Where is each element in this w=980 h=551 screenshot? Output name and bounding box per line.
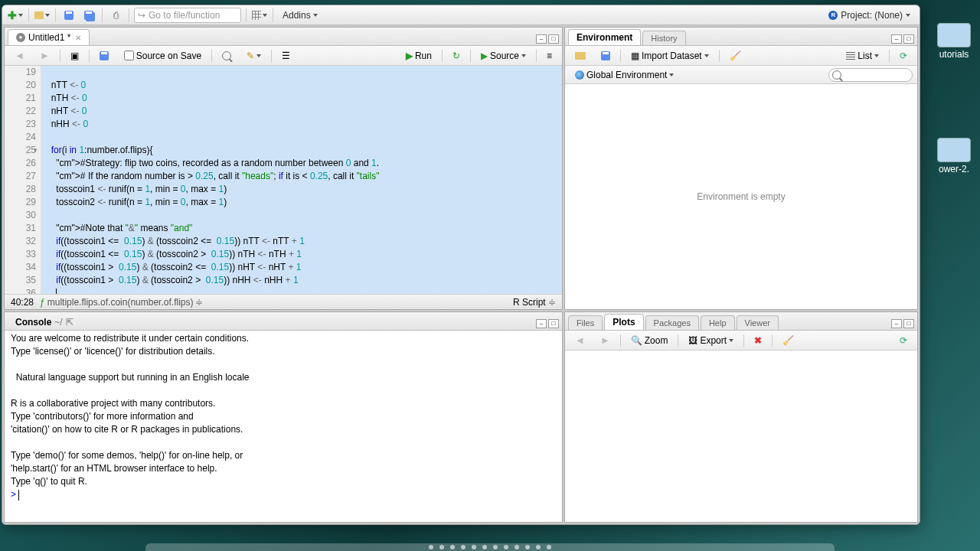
search-icon xyxy=(832,70,841,80)
clear-plots-button[interactable]: 🧹 xyxy=(777,333,799,348)
forward-button[interactable]: ► xyxy=(34,47,55,64)
maximize-plots-icon[interactable]: □ xyxy=(903,319,914,328)
zoom-button[interactable]: 🔍 Zoom xyxy=(626,333,674,348)
tab-viewer[interactable]: Viewer xyxy=(737,315,779,330)
source-toolbar: ◄ ► ▣ Source on Save ✎ ☰ ▶Run ↻ ▶Source xyxy=(5,46,562,66)
minimize-plots-icon[interactable]: – xyxy=(891,319,902,328)
refresh-plots-button[interactable]: ⟳ xyxy=(894,333,913,348)
tab-help[interactable]: Help xyxy=(701,315,735,330)
code-tools-button[interactable]: ✎ xyxy=(241,48,266,64)
minimize-env-icon[interactable]: – xyxy=(891,34,902,44)
console-prompt: > xyxy=(11,489,18,500)
save-workspace-button[interactable] xyxy=(596,49,616,63)
environment-pane: Environment History –□ ▦ Import Dataset … xyxy=(564,27,918,310)
tab-environment[interactable]: Environment xyxy=(568,29,641,45)
console-output[interactable]: You are welcome to redistribute it under… xyxy=(5,331,562,522)
source-pane: ● Untitled1 * ✕ – □ ◄ ► ▣ Source on Save xyxy=(4,27,563,310)
close-tab-icon[interactable]: ✕ xyxy=(75,34,81,42)
source-tabs: ● Untitled1 * ✕ – □ xyxy=(5,28,562,46)
r-project-icon: R xyxy=(828,11,838,20)
source-button[interactable]: ▶Source xyxy=(475,48,531,64)
project-menu[interactable]: R Project: (None) xyxy=(824,10,915,21)
source-editor[interactable]: 192021222324252627282930313233343536 nTT… xyxy=(5,66,562,294)
source-on-save-checkbox[interactable]: Source on Save xyxy=(119,48,207,64)
goto-file-function-input[interactable]: ↪Go to file/function xyxy=(134,8,241,23)
save-all-button[interactable] xyxy=(80,8,97,23)
run-button[interactable]: ▶Run xyxy=(400,48,437,64)
tab-packages[interactable]: Packages xyxy=(645,315,699,330)
outline-button[interactable]: ≡ xyxy=(541,48,557,64)
new-file-button[interactable]: ✚ xyxy=(7,8,24,23)
load-workspace-button[interactable] xyxy=(570,50,591,62)
rerun-button[interactable]: ↻ xyxy=(447,48,466,64)
desktop-folder-tutorials[interactable]: utorials xyxy=(933,23,975,66)
addins-menu[interactable]: Addins xyxy=(278,8,322,23)
show-in-new-window-button[interactable]: ▣ xyxy=(65,48,84,64)
source-tab-untitled1[interactable]: ● Untitled1 * ✕ xyxy=(8,29,90,45)
maximize-env-icon[interactable]: □ xyxy=(903,34,914,44)
scope-selector[interactable]: Global Environment xyxy=(570,67,679,83)
env-search-input[interactable] xyxy=(828,68,913,82)
function-context[interactable]: ƒmultiple.flips.of.coin(number.of.flips)… xyxy=(40,297,203,308)
export-button[interactable]: 🖼 Export xyxy=(683,333,739,348)
desktop-folder-ower2[interactable]: ower-2. xyxy=(933,138,975,181)
tab-console[interactable]: Console ~/ ⇱ xyxy=(8,315,81,330)
console-pane: Console ~/ ⇱ –□ You are welcome to redis… xyxy=(4,311,563,523)
print-button[interactable]: ⎙ xyxy=(107,8,124,23)
remove-plot-button[interactable]: ✖ xyxy=(749,333,767,348)
rstudio-window: ✚ ⎙ ↪Go to file/function Addins R Projec… xyxy=(2,5,920,525)
compile-report-button[interactable]: ☰ xyxy=(276,48,296,64)
open-file-button[interactable] xyxy=(34,8,51,23)
maximize-console-icon[interactable]: □ xyxy=(548,319,559,328)
tab-history[interactable]: History xyxy=(642,31,685,45)
tab-files[interactable]: Files xyxy=(568,315,603,330)
import-dataset-button[interactable]: ▦ Import Dataset xyxy=(626,48,714,64)
minimize-source-icon[interactable]: – xyxy=(536,34,547,44)
tab-plots[interactable]: Plots xyxy=(604,314,643,330)
r-script-icon: ● xyxy=(16,33,25,42)
clear-workspace-button[interactable]: 🧹 xyxy=(724,48,746,64)
minimize-console-icon[interactable]: – xyxy=(536,319,547,328)
main-toolbar: ✚ ⎙ ↪Go to file/function Addins R Projec… xyxy=(2,5,920,25)
list-view-button[interactable]: List xyxy=(841,48,884,64)
find-replace-button[interactable] xyxy=(217,49,237,63)
search-icon xyxy=(222,51,231,60)
workspace-panes-button[interactable] xyxy=(251,8,268,23)
save-source-button[interactable] xyxy=(94,49,114,63)
plots-canvas xyxy=(565,350,917,522)
save-button[interactable] xyxy=(60,8,77,23)
environment-empty: Environment is empty xyxy=(565,84,917,309)
plots-pane: Files Plots Packages Help Viewer –□ ◄ ► … xyxy=(564,311,918,523)
cursor-position: 40:28 xyxy=(11,297,34,308)
macos-dock[interactable] xyxy=(145,543,835,551)
source-statusbar: 40:28 ƒmultiple.flips.of.coin(number.of.… xyxy=(5,294,562,309)
refresh-env-button[interactable]: ⟳ xyxy=(894,48,913,64)
back-button[interactable]: ◄ xyxy=(9,47,30,64)
maximize-source-icon[interactable]: □ xyxy=(548,34,559,44)
language-mode[interactable]: R Script ≑ xyxy=(513,297,556,308)
prev-plot-button[interactable]: ◄ xyxy=(570,332,590,348)
globe-icon xyxy=(575,70,584,80)
next-plot-button[interactable]: ► xyxy=(595,332,616,348)
